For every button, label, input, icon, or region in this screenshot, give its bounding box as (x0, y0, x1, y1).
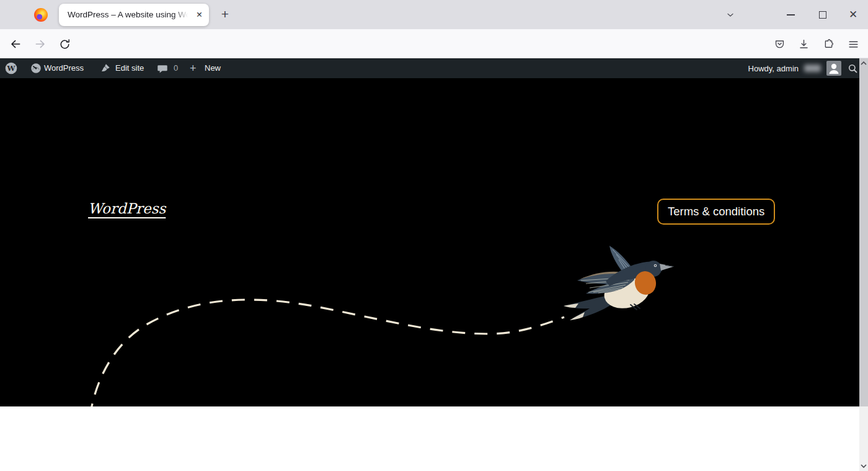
browser-window: WordPress – A website using WordP ✕ + ✕ (0, 0, 868, 471)
tabs-list-chevron-icon[interactable] (725, 0, 742, 29)
pocket-icon[interactable] (770, 35, 789, 53)
page-scrollbar[interactable] (859, 58, 868, 471)
paintbrush-icon (100, 63, 111, 74)
scroll-down-icon[interactable] (859, 462, 868, 470)
wordpress-logo-icon[interactable]: W (5, 62, 17, 74)
wp-admin-bar: W WordPress Edit site 0 + New (0, 58, 868, 78)
page-lower-section (0, 406, 868, 471)
hero-illustration (0, 78, 859, 406)
new-tab-button[interactable]: + (217, 6, 233, 23)
admin-bar-account-area: Howdy, admin (748, 58, 868, 78)
tab-close-icon[interactable]: ✕ (194, 10, 205, 20)
site-title-link[interactable]: WordPress (88, 200, 166, 217)
dashboard-gauge-icon (30, 63, 42, 74)
back-icon[interactable] (6, 35, 25, 53)
bird-illustration (564, 246, 674, 320)
terms-conditions-button[interactable]: Terms & conditions (657, 199, 775, 225)
firefox-icon (34, 8, 48, 22)
scroll-up-icon[interactable] (859, 59, 868, 68)
scrollbar-thumb[interactable] (859, 58, 868, 406)
minimize-icon[interactable] (782, 0, 799, 29)
comments-bubble-icon (157, 63, 168, 74)
menu-icon[interactable] (844, 35, 862, 53)
admin-bar-edit-site[interactable]: Edit site (115, 58, 144, 78)
search-icon[interactable] (847, 63, 859, 74)
howdy-text[interactable]: Howdy, admin (748, 64, 799, 73)
active-tab[interactable]: WordPress – A website using WordP ✕ (59, 4, 209, 26)
tab-bar: WordPress – A website using WordP ✕ + ✕ (0, 0, 868, 29)
svg-text:W: W (7, 64, 16, 73)
forward-icon[interactable] (31, 35, 50, 53)
downloads-icon[interactable] (794, 35, 813, 53)
admin-bar-comments-count[interactable]: 0 (174, 58, 178, 78)
navigation-toolbar: https:// (0, 29, 868, 58)
extensions-icon[interactable] (819, 35, 838, 53)
plus-icon[interactable]: + (190, 58, 197, 78)
tab-title: WordPress – A website using WordP (68, 4, 188, 26)
window-close-icon[interactable]: ✕ (844, 0, 862, 29)
admin-bar-site-name[interactable]: WordPress (44, 58, 84, 78)
reload-icon[interactable] (55, 35, 74, 53)
site-hero-section: WordPress Terms & conditions (0, 78, 868, 406)
username-redacted (804, 65, 821, 72)
avatar[interactable] (826, 61, 841, 76)
flight-path-dashed-line (90, 300, 564, 406)
maximize-icon[interactable] (815, 0, 831, 29)
admin-bar-new[interactable]: New (205, 58, 221, 78)
